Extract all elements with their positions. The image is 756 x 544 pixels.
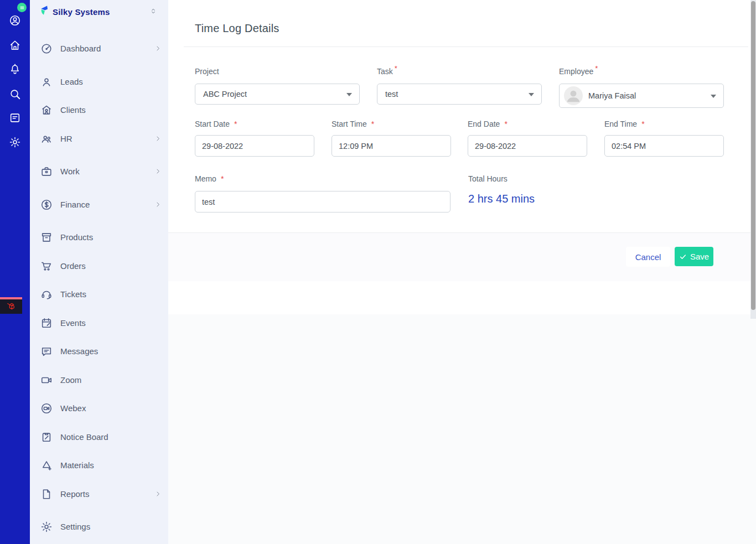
sidebar-item-messages[interactable]: Messages — [30, 340, 168, 362]
sidebar-item-label: Products — [60, 232, 93, 242]
chevron-right-icon — [154, 200, 162, 209]
materials-icon — [40, 459, 53, 472]
start-date-input[interactable] — [195, 135, 314, 157]
total-hours-label: Total Hours — [468, 174, 508, 183]
cancel-button[interactable]: Cancel — [626, 247, 670, 267]
sidebar-item-label: Orders — [60, 261, 86, 271]
sidebar-item-reports[interactable]: Reports — [30, 483, 168, 505]
notes-button[interactable] — [9, 112, 21, 124]
brand-name: Silky Systems — [53, 7, 110, 17]
sidebar-item-work[interactable]: Work — [30, 160, 168, 183]
end-date-label: End Date* — [468, 120, 508, 128]
sidebar-item-events[interactable]: Events — [30, 312, 168, 334]
laravel-icon — [6, 302, 17, 312]
note-icon — [9, 112, 21, 124]
home-button[interactable] — [9, 39, 21, 51]
dropdown-caret-icon — [529, 93, 534, 96]
required-asterisk: * — [371, 120, 374, 128]
page-title: Time Log Details — [195, 22, 279, 35]
chevron-right-icon — [154, 490, 162, 498]
dropdown-caret-icon — [711, 95, 716, 98]
settings-rail-button[interactable] — [9, 136, 21, 148]
chevron-right-icon — [154, 44, 162, 53]
required-asterisk: * — [234, 120, 237, 128]
required-asterisk: * — [641, 120, 644, 128]
sidebar-item-zoom[interactable]: Zoom — [30, 369, 168, 391]
end-date-input[interactable] — [468, 135, 587, 157]
start-date-label: Start Date* — [195, 120, 237, 128]
account-button[interactable] — [9, 14, 21, 27]
sidebar-item-label: Tickets — [60, 289, 86, 299]
user-circle-icon — [9, 14, 21, 27]
sidebar-item-clients[interactable]: Clients — [30, 99, 168, 121]
home-icon — [9, 39, 21, 51]
sidebar-item-label: Leads — [60, 77, 83, 86]
sidebar-item-notice-board[interactable]: Notice Board — [30, 426, 168, 448]
settings-icon — [40, 521, 53, 533]
sidebar-item-finance[interactable]: Finance — [30, 194, 168, 216]
video-camera-icon — [40, 374, 53, 386]
sidebar-item-label: Reports — [60, 489, 90, 499]
sidebar-item-label: Finance — [60, 200, 90, 209]
notifications-button[interactable] — [9, 63, 21, 75]
sidebar-item-label: Dashboard — [60, 44, 101, 53]
start-time-label-text: Start Time — [332, 120, 367, 128]
bell-icon — [9, 63, 21, 75]
sidebar-item-materials[interactable]: Materials — [30, 454, 168, 476]
laravel-debugbar-badge[interactable] — [0, 297, 22, 314]
task-label: Task* — [377, 67, 397, 76]
task-select[interactable]: test — [377, 84, 542, 105]
project-label: Project — [195, 67, 219, 76]
webex-icon — [40, 402, 53, 415]
sidebar-item-label: Webex — [60, 403, 86, 413]
sidebar-item-tickets[interactable]: Tickets — [30, 283, 168, 305]
scrollbar-track[interactable] — [750, 0, 756, 319]
icon-rail — [0, 0, 30, 544]
sidebar-item-dashboard[interactable]: Dashboard — [30, 38, 168, 60]
total-hours-value: 2 hrs 45 mins — [468, 193, 535, 205]
dashboard-icon — [40, 43, 53, 55]
sidebar-item-hr[interactable]: HR — [30, 128, 168, 150]
menu-toggle-button[interactable] — [17, 3, 27, 12]
employee-select-value: Mariya Faisal — [588, 91, 636, 100]
end-date-label-text: End Date — [468, 120, 500, 128]
project-select[interactable]: ABC Project — [195, 84, 360, 105]
sidebar-item-products[interactable]: Products — [30, 226, 168, 248]
end-time-label: End Time* — [604, 120, 645, 128]
start-time-label: Start Time* — [332, 120, 374, 128]
scrollbar-thumb[interactable] — [751, 1, 755, 310]
chat-icon — [40, 345, 53, 358]
headset-icon — [40, 288, 53, 301]
sidebar-item-label: Clients — [60, 105, 86, 115]
end-time-label-text: End Time — [604, 120, 637, 128]
brand-header: Silky Systems — [30, 0, 168, 24]
start-time-input[interactable] — [332, 135, 451, 157]
search-icon — [9, 88, 21, 100]
person-icon — [40, 76, 53, 88]
chevron-right-icon — [154, 134, 162, 143]
save-button-label: Save — [690, 252, 709, 261]
chevron-right-icon — [154, 167, 162, 175]
task-select-value: test — [385, 90, 398, 99]
sidebar-item-webex[interactable]: Webex — [30, 397, 168, 419]
save-button[interactable]: Save — [675, 247, 713, 266]
sidebar-item-label: Materials — [60, 460, 94, 470]
main-content: Time Log Details Project Task* Employee*… — [168, 0, 756, 544]
sidebar-item-orders[interactable]: Orders — [30, 255, 168, 277]
brand-logo-icon — [39, 5, 50, 18]
total-hours-label-text: Total Hours — [468, 174, 508, 183]
sidebar-item-label: Zoom — [60, 375, 81, 385]
employee-select[interactable]: Mariya Faisal — [559, 84, 724, 108]
sidebar-item-leads[interactable]: Leads — [30, 71, 168, 93]
clipboard-icon — [40, 431, 53, 443]
people-icon — [40, 133, 53, 145]
box-icon — [40, 231, 53, 243]
memo-input[interactable] — [195, 191, 451, 213]
calendar-icon — [40, 317, 53, 329]
sidebar-collapse-icon[interactable] — [149, 7, 158, 15]
end-time-input[interactable] — [604, 135, 724, 157]
sidebar-item-settings[interactable]: Settings — [30, 516, 168, 538]
dropdown-caret-icon — [346, 93, 352, 96]
client-icon — [40, 104, 53, 116]
search-button[interactable] — [9, 88, 21, 100]
